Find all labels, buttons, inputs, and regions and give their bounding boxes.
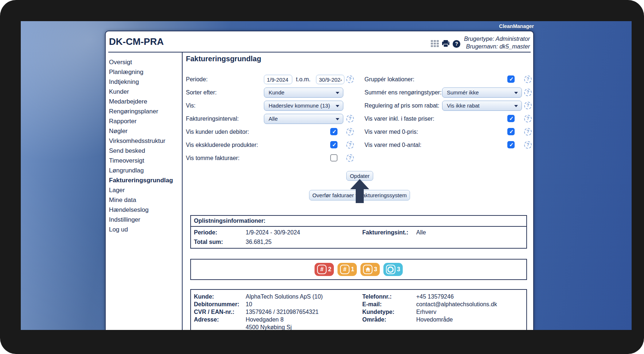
sidebar-item-virksomhedsstruktur[interactable]: Virksomhedsstruktur [109, 136, 182, 146]
sidebar-item-indstillinger[interactable]: Indstillinger [109, 215, 182, 225]
sidebar-item-noegler[interactable]: Nøgler [109, 126, 182, 136]
sidebar-nav: Oversigt Planlægning Indtjekning Kunder … [106, 52, 183, 330]
sidebar-item-rapporter[interactable]: Rapporter [109, 116, 182, 126]
regulering-rabat-label: Regulering af pris som rabat: [364, 100, 439, 111]
faktureringsinterval-value: Alle [269, 116, 278, 122]
help-icon[interactable] [346, 75, 354, 83]
help-icon[interactable] [524, 89, 532, 96]
vis-kunder-uden-debitor-checkbox[interactable] [330, 128, 337, 135]
vis-varer-faste-priser-checkbox[interactable] [507, 115, 515, 122]
vis-varer-0-antal-label: Vis varer med 0-antal: [364, 140, 421, 151]
summer-rengoeringstyper-select[interactable]: Summér ikke [442, 87, 522, 98]
customer-area: Hovedområde [416, 316, 497, 323]
summary-box: Oplistningsinformationer: Periode: 1/9-2… [190, 215, 527, 249]
vis-varer-0-pris-label: Vis varer med 0-pris: [364, 127, 418, 137]
chevron-down-icon [336, 105, 339, 107]
summary-period-label: Periode: [194, 229, 217, 236]
sidebar-item-mine-data[interactable]: Mine data [109, 195, 182, 205]
summer-rengoeringstyper-value: Summér ikke [447, 89, 479, 96]
customer-type: Erhverv [416, 308, 497, 316]
customer-labels-right: Telefonnr.: E-mail: Kundetype: Område: [362, 293, 394, 323]
badge-box: # 2 # 1 3 [190, 259, 527, 280]
sorter-efter-label: Sorter efter: [186, 87, 216, 98]
summary-period-value: 1/9-2024 - 30/9-2024 [246, 229, 300, 236]
sidebar-item-loengrundlag[interactable]: Løngrundlag [109, 166, 182, 175]
grupper-lokationer-checkbox[interactable] [507, 75, 515, 83]
regulering-rabat-select[interactable]: Vis ikke rabat [442, 101, 522, 111]
page-title: Faktureringsgrundlag [186, 55, 261, 63]
badge-house-orange[interactable]: 3 [360, 262, 380, 277]
badge-hash-red[interactable]: # 2 [314, 262, 335, 277]
help-icon[interactable] [346, 115, 354, 122]
faktureringsinterval-label: Faktureringsinterval: [186, 113, 239, 124]
customer-values-right: +45 13579246 contact@alphatechsolutions.… [416, 293, 497, 323]
customer-address-1: Hovedgaden 8 [246, 316, 323, 323]
customer-debitor: 10 [246, 300, 323, 308]
grid-icon[interactable] [431, 40, 439, 47]
help-icon[interactable] [524, 141, 532, 149]
vis-ekskluderede-produkter-label: Vis ekskluderede produkter: [186, 140, 258, 151]
vis-ekskluderede-produkter-checkbox[interactable] [330, 141, 337, 148]
customer-address-2: 4500 Nykøbing Sj [246, 323, 323, 330]
badge-circle-cyan[interactable]: 3 [383, 262, 403, 277]
vis-select[interactable]: Haderslev kommune (13) [264, 101, 343, 111]
printer-icon[interactable] [442, 40, 450, 47]
sidebar-item-log-ud[interactable]: Log ud [109, 225, 182, 234]
badge-hash-orange[interactable]: # 1 [337, 262, 358, 277]
grupper-lokationer-label: Gruppér lokationer: [364, 74, 414, 85]
help-icon[interactable] [346, 128, 354, 136]
help-icon[interactable] [453, 40, 460, 48]
customer-values-left: AlphaTech Solutions ApS (10) 10 13579246… [246, 293, 323, 330]
periode-to-input[interactable] [316, 75, 344, 84]
badge-count: 3 [374, 266, 377, 273]
faktureringsinterval-select[interactable]: Alle [264, 114, 343, 124]
sidebar-item-oversigt[interactable]: Oversigt [109, 57, 182, 67]
sidebar-item-haendelseslog[interactable]: Hændelseslog [109, 205, 182, 215]
help-icon[interactable] [524, 75, 532, 83]
sidebar-item-send-besked[interactable]: Send besked [109, 146, 182, 156]
hash-icon: # [317, 265, 327, 274]
summer-rengoeringstyper-label: Summér ens rengøringstyper: [364, 87, 442, 98]
help-icon[interactable] [524, 115, 532, 122]
tom-label: t.o.m. [296, 74, 311, 85]
summary-interval-value: Alle [416, 229, 426, 236]
customer-labels-left: Kunde: Debitornummer: CVR / EAN-nr.: Adr… [194, 293, 239, 323]
sidebar-item-lager[interactable]: Lager [109, 185, 182, 195]
customer-box: Kunde: Debitornummer: CVR / EAN-nr.: Adr… [190, 289, 527, 330]
sidebar-item-kunder[interactable]: Kunder [109, 87, 182, 97]
main-content: Faktureringsgrundlag Periode: t.o.m. Gru… [183, 52, 533, 330]
sidebar-item-planlaegning[interactable]: Planlægning [109, 67, 182, 77]
periode-from-input[interactable] [264, 75, 292, 84]
app-window: DK-CM-PRA [105, 31, 534, 330]
help-icon[interactable] [346, 141, 354, 149]
badge-count: 2 [328, 266, 331, 273]
sidebar-item-faktureringsgrundlag[interactable]: Faktureringsgrundlag [109, 175, 182, 185]
badge-count: 1 [351, 266, 354, 273]
hash-icon: # [340, 265, 350, 274]
up-arrow-annotation [350, 179, 369, 203]
vis-tomme-fakturaer-checkbox[interactable] [330, 154, 337, 162]
vis-value: Haderslev kommune (13) [269, 102, 330, 109]
help-icon[interactable] [524, 102, 532, 109]
customer-name: AlphaTech Solutions ApS (10) [246, 293, 323, 300]
sidebar-item-indtjekning[interactable]: Indtjekning [109, 77, 182, 87]
vis-varer-0-antal-checkbox[interactable] [507, 141, 515, 148]
screen-frame: CleanManager DK-CM-PRA [0, 0, 644, 354]
chevron-down-icon [336, 118, 339, 120]
help-icon[interactable] [346, 154, 354, 162]
sidebar-item-medarbejdere[interactable]: Medarbejdere [109, 97, 182, 106]
sidebar-item-timeoversigt[interactable]: Timeoversigt [109, 156, 182, 166]
vis-tomme-fakturaer-label: Vis tomme fakturaer: [186, 153, 239, 164]
sidebar-item-rengoeringsplaner[interactable]: Rengøringsplaner [109, 106, 182, 116]
sorter-efter-value: Kunde [269, 89, 284, 96]
summary-title: Oplistningsinformationer: [191, 216, 526, 227]
customer-cvr-ean: 13579246 / 3210987654321 [246, 308, 323, 316]
summary-total-value: 36.681,25 [246, 239, 272, 245]
regulering-rabat-value: Vis ikke rabat [447, 102, 480, 109]
vis-varer-faste-priser-label: Vis varer inkl. i faste priser: [364, 113, 434, 124]
sorter-efter-select[interactable]: Kunde [264, 87, 343, 98]
vis-kunder-uden-debitor-label: Vis kunder uden debitor: [186, 127, 249, 137]
vis-varer-0-pris-checkbox[interactable] [507, 128, 515, 135]
help-icon[interactable] [524, 128, 532, 136]
periode-label: Periode: [186, 74, 208, 85]
